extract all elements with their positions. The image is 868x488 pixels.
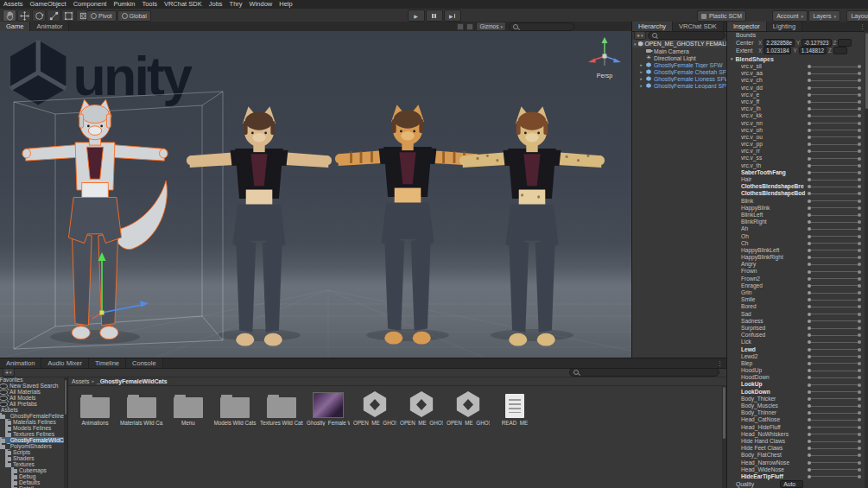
blendshape-slider[interactable] bbox=[808, 264, 859, 265]
asset-item[interactable]: Menu bbox=[168, 390, 208, 426]
blendshape-slider[interactable] bbox=[808, 371, 859, 371]
rect-tool-icon[interactable] bbox=[61, 10, 75, 22]
blendshape-slider[interactable] bbox=[808, 307, 859, 307]
blendshape-slider[interactable] bbox=[808, 87, 859, 88]
extent-z-field[interactable] bbox=[833, 47, 847, 54]
hierarchy-search[interactable] bbox=[648, 31, 725, 40]
menu-item[interactable]: Assets bbox=[0, 0, 27, 9]
blendshape-slider[interactable] bbox=[808, 102, 859, 103]
blendshape-slider[interactable] bbox=[808, 243, 859, 244]
tree-item[interactable]: New Saved Search bbox=[0, 383, 67, 389]
center-x-field[interactable]: 2.282858e bbox=[763, 39, 795, 47]
move-gizmo[interactable] bbox=[88, 250, 157, 323]
asset-item[interactable]: Ghostly_Female Wi... bbox=[308, 390, 348, 426]
account-dropdown[interactable]: Account▾ bbox=[772, 10, 808, 22]
bottom-tab[interactable]: Animation bbox=[0, 358, 41, 368]
create-asset-button[interactable]: +▾ bbox=[3, 368, 15, 377]
layout-dropdown[interactable]: Layout▾ bbox=[846, 10, 868, 22]
inspector-tab[interactable]: Inspector bbox=[727, 22, 767, 31]
hierarchy-tab[interactable]: Hierarchy bbox=[632, 22, 673, 31]
asset-item[interactable]: OPEN_ME_GHOS... bbox=[355, 390, 395, 426]
foldout-icon[interactable]: ▾ bbox=[634, 41, 637, 47]
blendshape-slider[interactable] bbox=[808, 448, 859, 449]
tree-item[interactable]: Textures bbox=[0, 461, 67, 467]
blendshape-slider[interactable] bbox=[808, 278, 859, 279]
hierarchy-item[interactable]: ▸ GhostlyFemale Tiger SFW bbox=[632, 61, 727, 68]
scrollbar-thumb[interactable] bbox=[65, 380, 67, 415]
blendshape-slider[interactable] bbox=[808, 356, 859, 357]
asset-item[interactable]: OPEN_ME_GHOS... bbox=[402, 390, 441, 426]
blendshape-slider[interactable] bbox=[808, 349, 859, 350]
tree-item[interactable]: Scripts bbox=[0, 449, 67, 455]
blendshape-slider[interactable] bbox=[808, 391, 859, 392]
scrollbar-thumb[interactable] bbox=[723, 387, 725, 439]
character-leopard[interactable] bbox=[458, 104, 606, 352]
extent-x-field[interactable]: 1.023184 bbox=[763, 47, 791, 54]
hierarchy-item[interactable]: ▸ GhostlyFemale Lioness SFW bbox=[632, 75, 727, 82]
tree-item[interactable]: _GhostlyFemaleFelines bbox=[0, 413, 67, 419]
blendshape-slider[interactable] bbox=[808, 165, 859, 166]
project-search-input[interactable] bbox=[580, 370, 710, 376]
tree-item[interactable]: _PoiyomiShaders bbox=[0, 443, 67, 449]
blendshape-slider[interactable] bbox=[808, 455, 859, 456]
menu-item[interactable]: GameObject bbox=[27, 0, 70, 9]
tree-item[interactable]: Debug bbox=[0, 473, 67, 479]
inspector-tab[interactable]: Lighting bbox=[767, 22, 802, 31]
panel-menu-icon[interactable]: ⋮ bbox=[856, 22, 868, 31]
blendshape-slider[interactable] bbox=[808, 158, 859, 159]
menu-item[interactable]: Pumkin bbox=[110, 0, 138, 9]
bottom-tab[interactable]: Timeline bbox=[89, 358, 126, 368]
pause-button[interactable] bbox=[426, 10, 443, 22]
blendshape-slider[interactable] bbox=[808, 193, 859, 194]
step-button[interactable]: ▶ bbox=[444, 10, 461, 22]
asset-item[interactable]: Animations bbox=[75, 390, 115, 426]
menu-item[interactable]: Help bbox=[276, 0, 295, 9]
blendshape-slider[interactable] bbox=[808, 257, 859, 258]
blendshapes-foldout[interactable]: ▾ BlendShapes bbox=[727, 54, 865, 63]
play-button[interactable]: ▶ bbox=[408, 10, 425, 22]
blendshape-slider[interactable] bbox=[808, 94, 859, 95]
tree-item[interactable]: Materials Felines bbox=[0, 419, 67, 425]
hierarchy-item[interactable]: ▸ GhostlyFemale Leopard SFW bbox=[632, 82, 727, 89]
blendshape-slider[interactable] bbox=[808, 328, 859, 329]
lighting-toggle-icon[interactable] bbox=[457, 23, 464, 30]
menu-item[interactable]: Thry bbox=[226, 0, 246, 9]
panel-menu-icon[interactable]: ⋮ bbox=[713, 358, 726, 368]
blendshape-slider[interactable] bbox=[808, 384, 859, 385]
blendshape-slider[interactable] bbox=[808, 377, 859, 378]
menu-item[interactable]: Component bbox=[70, 0, 111, 9]
tree-item[interactable]: Cubemaps bbox=[0, 467, 67, 473]
asset-item[interactable]: OPEN_ME_GHOS... bbox=[448, 390, 488, 426]
blendshape-slider[interactable] bbox=[808, 271, 859, 272]
scene-tab[interactable]: Game bbox=[0, 22, 30, 31]
asset-item[interactable]: Materials Wild Ca... bbox=[122, 390, 162, 426]
move-tool-icon[interactable] bbox=[17, 10, 31, 22]
tree-item[interactable]: Shaders bbox=[0, 455, 67, 461]
menu-item[interactable]: Window bbox=[246, 0, 276, 9]
create-object-button[interactable]: +▾ bbox=[634, 31, 646, 40]
project-search[interactable] bbox=[569, 368, 719, 377]
global-button[interactable]: Global bbox=[117, 10, 151, 22]
blendshape-slider[interactable] bbox=[808, 229, 859, 230]
blendshape-slider[interactable] bbox=[808, 172, 859, 173]
blendshape-slider[interactable] bbox=[808, 398, 859, 399]
scene-viewport[interactable]: unity bbox=[0, 31, 631, 358]
blendshape-slider[interactable] bbox=[808, 123, 859, 124]
blendshape-slider[interactable] bbox=[808, 427, 859, 428]
blendshape-slider[interactable] bbox=[808, 200, 859, 201]
scene-root-row[interactable]: ▾ OPEN_ME_GHOSTLY FEMALE Wild ⋮ bbox=[632, 40, 727, 48]
blendshape-slider[interactable] bbox=[808, 151, 859, 152]
hand-tool-icon[interactable] bbox=[3, 10, 16, 22]
blendshape-slider[interactable] bbox=[808, 67, 859, 67]
tree-item[interactable]: All Materials bbox=[0, 389, 67, 395]
blendshape-slider[interactable] bbox=[808, 73, 859, 74]
blendshape-slider[interactable] bbox=[808, 300, 859, 301]
blendshape-slider[interactable] bbox=[808, 180, 859, 181]
tree-item[interactable]: All Prefabs bbox=[0, 401, 67, 407]
blendshape-slider[interactable] bbox=[808, 469, 859, 470]
blendshape-slider[interactable] bbox=[808, 250, 859, 250]
hierarchy-search-input[interactable] bbox=[659, 33, 723, 39]
expand-arrow-icon[interactable]: ▸ bbox=[639, 76, 643, 81]
menu-item[interactable]: Tools bbox=[138, 0, 161, 9]
blendshape-slider[interactable] bbox=[808, 293, 859, 294]
